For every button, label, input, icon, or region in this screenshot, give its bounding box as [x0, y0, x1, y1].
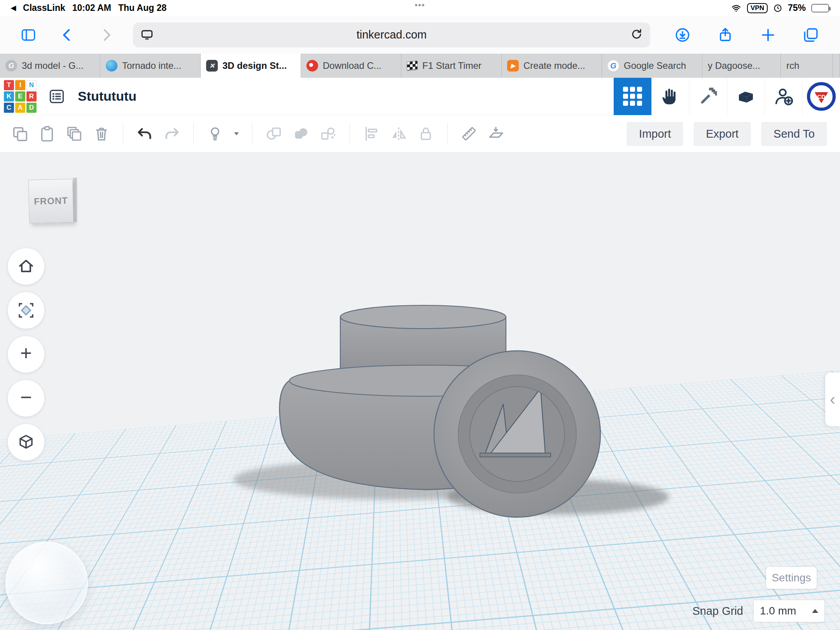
- back-to-app-label[interactable]: ClassLink: [23, 3, 65, 13]
- view-cube[interactable]: FRONT: [27, 175, 78, 228]
- tab-overview-button[interactable]: [800, 24, 822, 46]
- mirror-button[interactable]: [385, 120, 412, 147]
- export-button[interactable]: Export: [694, 122, 751, 146]
- align-button[interactable]: [358, 120, 385, 147]
- x-favicon: ✕: [206, 60, 218, 72]
- browser-tab-3d-model[interactable]: G 3d model - G...: [0, 54, 100, 78]
- tab-label: Download C...: [323, 60, 382, 71]
- browser-tab-sliver[interactable]: [833, 54, 840, 78]
- red-circle-favicon: [306, 60, 318, 72]
- generic-g-favicon: G: [5, 60, 17, 72]
- copy-button[interactable]: [6, 120, 33, 147]
- snap-grid-select[interactable]: 1.0 mm: [753, 600, 825, 622]
- safari-right-buttons: [671, 24, 822, 46]
- back-button[interactable]: [56, 24, 79, 46]
- design-title[interactable]: Stutututu: [78, 89, 136, 104]
- mirror-icon: [390, 125, 408, 143]
- forward-button[interactable]: [95, 24, 117, 46]
- back-to-app-icon[interactable]: ◀: [11, 4, 16, 12]
- view-cube-front-face[interactable]: FRONT: [28, 179, 74, 224]
- shapes-icon: [319, 125, 337, 143]
- panel-chevron-icon: ‹: [830, 390, 835, 409]
- home-view-button[interactable]: [7, 248, 45, 285]
- edit-toolbar: Import Export Send To: [0, 115, 840, 153]
- align-icon: [362, 125, 380, 143]
- pickaxe-icon: [698, 86, 719, 107]
- 3d-view-button[interactable]: [614, 78, 651, 115]
- cd-badge-icon: CD: [807, 82, 836, 111]
- ungroup-button[interactable]: [287, 120, 315, 147]
- tab-label: Create mode...: [523, 60, 585, 71]
- undo-button[interactable]: [131, 120, 158, 147]
- status-time: 10:02 AM: [72, 3, 111, 13]
- snap-grid-row: Snap Grid 1.0 mm: [692, 600, 825, 622]
- ruler-icon: [460, 125, 478, 143]
- fit-view-button[interactable]: [7, 292, 45, 329]
- pointer-circle: [5, 542, 88, 624]
- lock-button[interactable]: [412, 120, 439, 147]
- browser-tab-tornado[interactable]: Tornado inte...: [100, 54, 201, 78]
- duplicate-button[interactable]: [61, 120, 88, 147]
- download-button[interactable]: [671, 24, 694, 46]
- browser-tab-f1-timer[interactable]: F1 Start Timer: [401, 54, 502, 78]
- 3d-scene[interactable]: [0, 153, 840, 630]
- address-bar[interactable]: tinkercad.com: [133, 23, 650, 47]
- share-button[interactable]: [714, 24, 737, 46]
- sidebar-toggle-button[interactable]: [17, 24, 40, 46]
- browser-tab-dagoose[interactable]: y Dagoose...: [702, 54, 781, 78]
- browser-tab-create-mode[interactable]: ▶ Create mode...: [502, 54, 602, 78]
- settings-button[interactable]: Settings: [766, 567, 817, 589]
- url-text: tinkercad.com: [133, 28, 650, 41]
- home-icon: [17, 257, 35, 276]
- zoom-in-button[interactable]: +: [7, 336, 45, 373]
- delete-button[interactable]: [88, 120, 115, 147]
- zoom-out-button[interactable]: −: [7, 380, 45, 417]
- browser-tab-clipped[interactable]: rch: [781, 54, 833, 78]
- snap-grid-value: 1.0 mm: [760, 605, 796, 617]
- sim-lab-button[interactable]: [651, 78, 689, 115]
- header-view-buttons: CD: [614, 78, 840, 115]
- logo-tile: D: [26, 103, 37, 113]
- design-menu-button[interactable]: [45, 85, 68, 108]
- new-tab-button[interactable]: [757, 24, 779, 46]
- send-to-button[interactable]: Send To: [761, 122, 827, 146]
- safari-toolbar: tinkercad.com: [0, 16, 840, 54]
- tinkercad-logo[interactable]: TINKERCAD: [4, 80, 37, 113]
- import-button[interactable]: Import: [627, 122, 683, 146]
- reload-button[interactable]: [630, 28, 643, 42]
- browser-tab-download[interactable]: Download C...: [301, 54, 401, 78]
- design-canvas[interactable]: FRONT + − ‹ Settings: [0, 153, 840, 630]
- torus-shape: [434, 351, 600, 517]
- orange-favicon: ▶: [507, 60, 519, 72]
- status-left: ◀ ClassLink 10:02 AM Thu Aug 28: [11, 3, 166, 13]
- tips-dropdown-button[interactable]: [229, 120, 244, 147]
- battery-icon: [811, 4, 829, 12]
- tab-label: F1 Start Timer: [422, 60, 481, 71]
- person-plus-icon: [773, 86, 794, 107]
- bricks-view-button[interactable]: [727, 78, 765, 115]
- caret-up-icon: [812, 609, 818, 613]
- workplane-button[interactable]: [483, 120, 510, 147]
- paste-button[interactable]: [33, 120, 61, 147]
- shape-toggle-button[interactable]: [315, 120, 342, 147]
- logo-tile: K: [4, 91, 14, 102]
- browser-tab-google-search[interactable]: G Google Search: [602, 54, 702, 78]
- tinkercad-header: TINKERCAD Stutututu CD: [0, 78, 840, 115]
- profile-button[interactable]: [765, 78, 802, 115]
- chevron-down-icon: [232, 130, 241, 138]
- perspective-toggle-button[interactable]: [7, 424, 45, 461]
- browser-tab-3d-design-active[interactable]: ✕ 3D design St...: [201, 54, 301, 78]
- shapes-panel-handle[interactable]: ‹: [825, 373, 840, 426]
- ruler-button[interactable]: [455, 120, 483, 147]
- lock-icon: [417, 125, 435, 143]
- group-button[interactable]: [260, 120, 287, 147]
- status-right: VPN 75%: [731, 3, 829, 13]
- organization-badge[interactable]: CD: [802, 78, 840, 115]
- redo-button[interactable]: [158, 120, 186, 147]
- tips-button[interactable]: [201, 120, 229, 147]
- hand-icon: [660, 86, 681, 107]
- checkered-flag-favicon: [407, 61, 418, 71]
- tab-label: 3D design St...: [222, 60, 287, 71]
- lightbulb-icon: [206, 125, 224, 143]
- blocks-view-button[interactable]: [689, 78, 727, 115]
